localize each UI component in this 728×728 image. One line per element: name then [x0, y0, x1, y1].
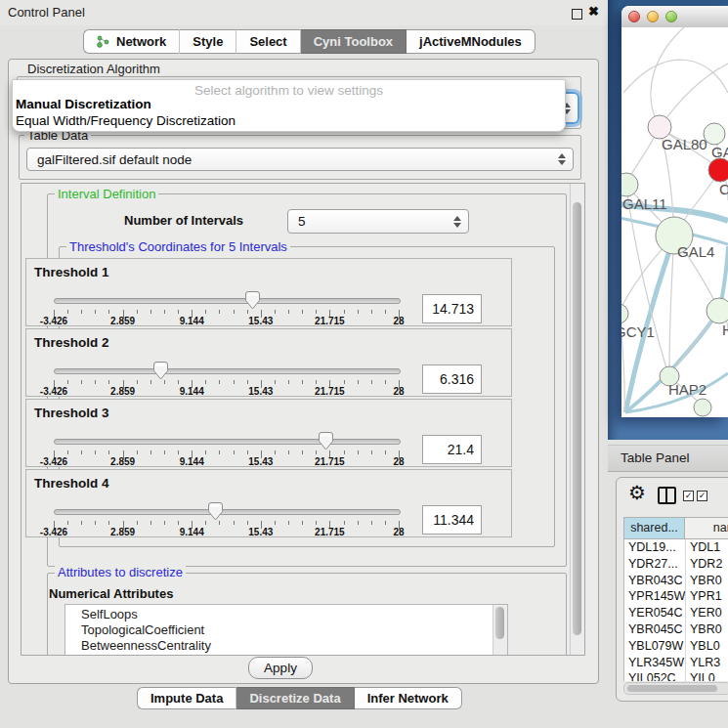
settings-scrollbar[interactable] — [570, 184, 584, 655]
threshold-label: Threshold 4 — [34, 476, 109, 491]
slider-track[interactable] — [54, 439, 401, 445]
list-scrollbar-thumb[interactable] — [495, 607, 504, 639]
gear-icon[interactable]: ⚙ — [628, 481, 646, 504]
table-cell-name: YBR0 — [686, 621, 728, 638]
slider-tick — [150, 521, 151, 525]
settings-scrollbar-thumb[interactable] — [573, 202, 581, 635]
slider-tick — [344, 310, 345, 314]
slider-tick-label: -3.426 — [40, 386, 67, 397]
zoom-green-icon[interactable] — [665, 11, 677, 22]
table-row[interactable]: YDL19...YDL1 — [624, 539, 728, 556]
table-row[interactable]: YER054CYER0 — [624, 605, 728, 621]
slider-track[interactable] — [54, 509, 401, 515]
slider-tick — [385, 380, 386, 384]
node-gcy1[interactable] — [621, 304, 628, 323]
slider-handle[interactable] — [319, 432, 333, 450]
slider-tick — [302, 521, 303, 525]
attribute-list-item[interactable]: SelfLoops — [81, 607, 138, 622]
slider-tick-label: 9.144 — [180, 456, 204, 467]
slider-tick-label: 9.144 — [180, 386, 204, 397]
threshold-label: Threshold 3 — [34, 406, 109, 420]
slider-tick — [316, 310, 317, 314]
number-of-intervals-select[interactable]: 5 — [287, 209, 469, 234]
attributes-group-title: Attributes to discretize — [55, 565, 186, 579]
column-header-shared-name[interactable]: shared... — [623, 517, 685, 539]
table-row[interactable]: YDR27...YDR2 — [624, 556, 728, 573]
table-row[interactable]: YPR145WYPR1 — [624, 588, 728, 605]
app-root: Control Panel ✖ NetworkStyleSelectCyni T… — [0, 0, 728, 728]
slider-handle[interactable] — [208, 502, 223, 521]
dropdown-arrows-icon — [558, 153, 566, 165]
attribute-list-item[interactable]: BetweennessCentrality — [81, 638, 211, 654]
threshold-label: Threshold 1 — [34, 265, 109, 279]
table-cell-name: YPR1 — [686, 588, 728, 605]
slider-tick — [358, 521, 359, 525]
node-gal11[interactable] — [621, 173, 638, 196]
float-window-icon[interactable] — [572, 9, 582, 20]
node-label-c: C — [719, 181, 728, 197]
tab-discretize-data[interactable]: Discretize Data — [236, 687, 354, 709]
table-horizontal-scrollbar[interactable] — [623, 682, 728, 695]
table-cell-shared-name: YBR043C — [624, 573, 686, 589]
node-label-gcy1: GCY1 — [621, 323, 655, 340]
table-row[interactable]: YIL052CYIL0 — [624, 670, 728, 681]
apply-button[interactable]: Apply — [248, 657, 313, 679]
column-header-name[interactable]: name — [685, 517, 728, 539]
node-bottom[interactable] — [694, 399, 711, 416]
slider-tick-label: -3.426 — [40, 316, 67, 326]
node-right[interactable] — [707, 298, 728, 323]
network-canvas[interactable]: GAL80GACGAL11GAL4GCY1HHAP2 — [621, 27, 728, 417]
list-scrollbar[interactable] — [492, 605, 507, 656]
slider-tick — [81, 310, 82, 314]
tab-infer-network[interactable]: Infer Network — [355, 687, 462, 709]
tab-jactivemnodules[interactable]: jActiveMNodules — [407, 29, 535, 54]
slider-handle[interactable] — [153, 362, 168, 380]
network-graph-icon — [97, 35, 110, 48]
algorithm-option-manual-discretization[interactable]: Manual Discretization — [16, 97, 151, 111]
slider-tick-label: 2.859 — [110, 527, 135, 537]
checkbox-icon[interactable]: ✓ — [683, 491, 694, 501]
network-window-titlebar[interactable] — [621, 6, 728, 28]
table-hscrollbar-thumb[interactable] — [627, 685, 717, 692]
slider-handle[interactable] — [245, 291, 260, 310]
slider-tick — [108, 521, 109, 525]
node-red[interactable] — [708, 158, 728, 182]
slider-tick-label: 21.715 — [315, 456, 345, 467]
table-cell-shared-name: YLR345W — [624, 655, 686, 671]
close-red-icon[interactable] — [628, 11, 640, 22]
numerical-attributes-list[interactable]: SelfLoopsTopologicalCoefficientBetweenne… — [64, 604, 508, 656]
slider-tick — [81, 450, 82, 454]
table-cell-name: YIL0 — [686, 670, 728, 681]
table-row[interactable]: YBL079WYBL0 — [624, 638, 728, 655]
split-columns-icon[interactable] — [658, 487, 676, 504]
checkbox-icon[interactable]: ✓ — [697, 491, 707, 501]
threshold-value-input[interactable]: 11.344 — [422, 505, 482, 535]
slider-track[interactable] — [54, 368, 401, 374]
number-of-intervals-label: Number of Intervals — [124, 213, 243, 228]
tab-cyni-toolbox[interactable]: Cyni Toolbox — [301, 29, 407, 54]
table-row[interactable]: YBR043CYBR0 — [624, 573, 728, 589]
tab-network[interactable]: Network — [83, 29, 180, 54]
slider-tick-label: 15.43 — [248, 456, 273, 467]
slider-tick — [95, 380, 96, 384]
slider-track[interactable] — [54, 298, 401, 304]
slider-tick — [205, 521, 206, 525]
threshold-value-input[interactable]: 14.713 — [422, 294, 482, 323]
threshold-value-input[interactable]: 6.316 — [422, 364, 482, 394]
control-panel-titlebar: Control Panel ✖ — [0, 0, 608, 25]
tab-select[interactable]: Select — [236, 29, 300, 54]
close-icon[interactable]: ✖ — [588, 4, 599, 19]
tab-style[interactable]: Style — [180, 29, 236, 54]
table-row[interactable]: YBR045CYBR0 — [624, 621, 728, 638]
table-row[interactable]: YLR345WYLR3 — [624, 655, 728, 671]
slider-tick — [150, 380, 151, 384]
algorithm-option-equal-width-frequency-discretization[interactable]: Equal Width/Frequency Discretization — [16, 113, 236, 128]
slider-tick-label: 2.859 — [110, 316, 135, 326]
slider-tick — [219, 380, 220, 384]
table-data-select[interactable]: galFiltered.sif default node — [26, 148, 574, 171]
tab-impute-data[interactable]: Impute Data — [137, 687, 236, 709]
minimize-yellow-icon[interactable] — [647, 11, 659, 22]
attribute-list-item[interactable]: TopologicalCoefficient — [81, 622, 204, 638]
table-body[interactable]: YDL19...YDL1YDR27...YDR2YBR043CYBR0YPR14… — [623, 539, 728, 681]
threshold-value-input[interactable]: 21.4 — [422, 435, 482, 464]
